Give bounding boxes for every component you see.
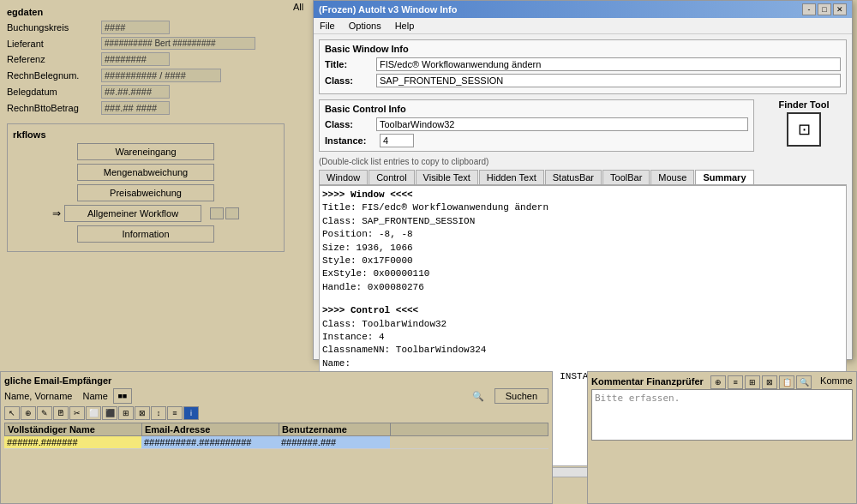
search-row: Name, Vorname Name ■■ 🔍 Suchen [4, 388, 548, 404]
menu-file[interactable]: File [317, 20, 338, 32]
arrow-icon: ⇒ [52, 207, 61, 219]
workflows-label: rkflows [13, 129, 279, 140]
control-line-1: Instance: 4 [322, 331, 843, 344]
tb-btn-12[interactable]: i [183, 406, 199, 420]
tb-btn-10[interactable]: ↕ [151, 406, 166, 420]
control-class-row: Class: [325, 117, 748, 131]
tb-btn-6[interactable]: ⬜ [86, 406, 101, 420]
wareneingang-button[interactable]: Wareneingang [77, 143, 214, 160]
row-user: #######.### [279, 436, 390, 448]
search-button[interactable]: Suchen [494, 388, 548, 404]
basic-control-info-label: Basic Control Info [325, 104, 748, 114]
name-label: Name, Vorname [4, 391, 72, 401]
icon-boxes [208, 207, 239, 219]
rechnbttobetrag-label: RechnBttoBetrag [7, 103, 101, 113]
kommentar-tb-4[interactable]: ⊠ [762, 375, 777, 389]
tb-btn-7[interactable]: ⬛ [102, 406, 117, 420]
col-email-header: Email-Adresse [142, 423, 279, 435]
maximize-button[interactable]: □ [818, 3, 831, 15]
name-field-label: Name [82, 391, 107, 401]
col-name-header: Vollständiger Name [5, 423, 142, 435]
rechnbttobetrag-value: ###.## #### [101, 101, 170, 115]
preisabweichung-button[interactable]: Preisabweichung [77, 184, 214, 201]
rechnbttobetrag-row: RechnBttoBetrag ###.## #### [7, 101, 285, 115]
tab-statusbar[interactable]: StatusBar [545, 170, 602, 184]
email-panel-title: gliche Email-Empfänger [4, 375, 548, 386]
tb-btn-4[interactable]: 🖹 [53, 406, 69, 420]
window-line-2: Position: -8, -8 [322, 228, 843, 241]
bottom-right-panel: Kommentar Finanzprüfer ⊕ ≡ ⊞ ⊠ 📋 🔍 Komme… [587, 371, 857, 504]
information-button[interactable]: Information [77, 225, 214, 243]
tb-btn-1[interactable]: ↖ [4, 406, 20, 420]
kommentar-panel-title: Kommentar Finanzprüfer [591, 376, 704, 387]
kommentar-tb-6[interactable]: 🔍 [796, 375, 812, 389]
dialog-title: (Frozen) Autolt v3 Window Info [319, 4, 457, 15]
tab-control[interactable]: Control [369, 170, 414, 184]
title-row: Title: [325, 57, 841, 71]
tab-mouse[interactable]: Mouse [650, 170, 694, 184]
tab-visible-text[interactable]: Visible Text [416, 170, 478, 184]
tab-bar: Window Control Visible Text Hidden Text … [319, 170, 847, 185]
basic-control-info-col: Basic Control Info Class: Instance: [319, 99, 754, 157]
kommentar-tb-1[interactable]: ⊕ [710, 375, 726, 389]
finder-tool-col: Finder Tool ⊡ [761, 99, 847, 157]
buchungskreis-row: Buchungskreis #### [7, 21, 285, 34]
rechnbelegnum-value: ########## / #### [101, 69, 221, 82]
workflows-section: rkflows Wareneingang Mengenabweichung Pr… [7, 123, 285, 252]
lieferant-label: Lieferant [7, 39, 101, 49]
window-line-3: Size: 1936, 1066 [322, 242, 843, 255]
autoit-dialog: (Frozen) Autolt v3 Window Info - □ ✕ Fil… [313, 0, 853, 360]
titlebar-controls: - □ ✕ [802, 3, 847, 15]
window-line-6: Handle: 0x00080276 [322, 281, 843, 294]
section-egdaten: egdaten [7, 7, 285, 17]
tab-summary[interactable]: Summary [695, 170, 753, 184]
workflow-icon-1 [210, 207, 224, 219]
tab-toolbar[interactable]: ToolBar [602, 170, 650, 184]
basic-window-info-label: Basic Window Info [325, 44, 841, 54]
close-button[interactable]: ✕ [833, 3, 847, 15]
name-sort-button[interactable]: ■■ [113, 388, 132, 404]
search-icon: 🔍 [472, 391, 484, 402]
kommentar-toolbar: ⊕ ≡ ⊞ ⊠ 📋 🔍 Komme [710, 375, 853, 389]
window-line-5: ExStyle: 0x00000110 [322, 267, 843, 280]
minimize-button[interactable]: - [802, 3, 816, 15]
tb-btn-8[interactable]: ⊞ [118, 406, 134, 420]
referenz-label: Referenz [7, 54, 101, 64]
finder-icon: ⊡ [798, 120, 811, 139]
tb-btn-11[interactable]: ≡ [167, 406, 183, 420]
kommentar-tb-5[interactable]: 📋 [779, 375, 794, 389]
rechnbelegnum-label: RechnBelegnum. [7, 70, 101, 81]
tb-btn-5[interactable]: ✂ [69, 406, 85, 420]
buchungskreis-label: Buchungskreis [7, 22, 101, 33]
bottom-left-panel: gliche Email-Empfänger Name, Vorname Nam… [0, 371, 553, 504]
control-class-input[interactable] [376, 117, 748, 131]
title-label: Title: [325, 59, 376, 69]
kommentar-tb-2[interactable]: ≡ [728, 375, 743, 389]
kommentar-tb-3[interactable]: ⊞ [745, 375, 760, 389]
control-class-label: Class: [325, 119, 376, 129]
allgemeiner-workflow-button[interactable]: Allgemeiner Workflow [64, 205, 201, 222]
title-input[interactable] [376, 57, 841, 71]
menu-options[interactable]: Options [346, 20, 384, 32]
mengenabweichung-button[interactable]: Mengenabweichung [77, 164, 214, 181]
komment-label: Komme [820, 375, 853, 389]
window-line-1: Class: SAP_FRONTEND_SESSION [322, 215, 843, 228]
tb-btn-9[interactable]: ⊠ [135, 406, 150, 420]
belegdatum-row: Belegdatum ##.##.#### [7, 85, 285, 99]
finder-box[interactable]: ⊡ [787, 112, 821, 147]
instance-label: Instance: [325, 135, 376, 146]
col-user-header: Benutzername [279, 423, 391, 435]
basic-control-info-box: Basic Control Info Class: Instance: [319, 99, 754, 152]
finder-tool-label: Finder Tool [778, 99, 829, 110]
class-input[interactable] [376, 74, 841, 87]
tb-btn-3[interactable]: ✎ [37, 406, 52, 420]
window-section-header: >>>> Window <<<< [322, 189, 843, 201]
instance-input[interactable] [380, 134, 414, 147]
tab-window[interactable]: Window [319, 170, 368, 184]
instance-row: Instance: [325, 134, 748, 147]
menu-help[interactable]: Help [393, 20, 417, 32]
tab-hidden-text[interactable]: Hidden Text [479, 170, 544, 184]
tb-btn-2[interactable]: ⊕ [21, 406, 36, 420]
class-row: Class: [325, 74, 841, 87]
kommentar-textarea[interactable]: Bitte erfassen. [591, 389, 853, 441]
